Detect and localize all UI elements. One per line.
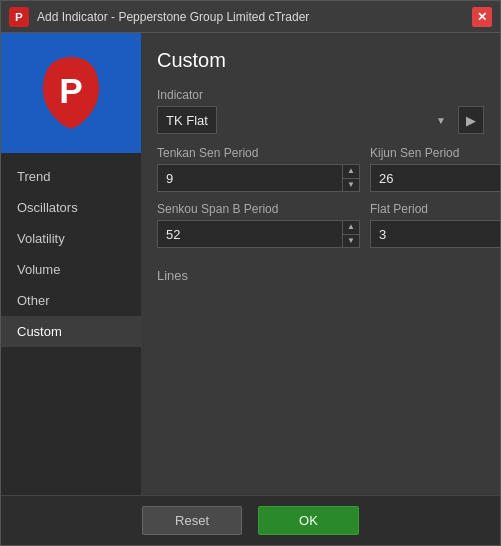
param-tenkan-up[interactable]: ▲ bbox=[343, 165, 359, 179]
sidebar-item-custom[interactable]: Custom bbox=[1, 316, 141, 347]
param-flat-input[interactable] bbox=[370, 220, 500, 248]
sidebar-item-volume[interactable]: Volume bbox=[1, 254, 141, 285]
indicator-select-wrapper: TK Flat bbox=[157, 106, 454, 134]
sidebar-item-other[interactable]: Other bbox=[1, 285, 141, 316]
param-tenkan-input-row: ▲ ▼ bbox=[157, 164, 360, 192]
sidebar: P Trend Oscillators Volatility Volume Ot… bbox=[1, 33, 141, 495]
param-senkou: Senkou Span B Period ▲ ▼ bbox=[157, 202, 360, 248]
title-bar: P Add Indicator - Pepperstone Group Limi… bbox=[1, 1, 500, 33]
indicator-field-group: Indicator TK Flat ▶ bbox=[157, 88, 484, 134]
indicator-row: TK Flat ▶ bbox=[157, 106, 484, 134]
param-kijun-label: Kijun Sen Period bbox=[370, 146, 500, 160]
param-tenkan-input[interactable] bbox=[157, 164, 342, 192]
ok-button[interactable]: OK bbox=[258, 506, 359, 535]
param-flat: Flat Period ▲ ▼ bbox=[370, 202, 500, 248]
param-flat-label: Flat Period bbox=[370, 202, 500, 216]
param-senkou-input-row: ▲ ▼ bbox=[157, 220, 360, 248]
reset-button[interactable]: Reset bbox=[142, 506, 242, 535]
indicator-select[interactable]: TK Flat bbox=[157, 106, 217, 134]
sidebar-item-trend[interactable]: Trend bbox=[1, 161, 141, 192]
svg-text:P: P bbox=[15, 10, 23, 23]
params-grid: Tenkan Sen Period ▲ ▼ Kijun Sen Period bbox=[157, 146, 484, 248]
right-panel: Custom Indicator TK Flat ▶ bbox=[141, 33, 500, 495]
param-flat-input-row: ▲ ▼ bbox=[370, 220, 500, 248]
footer: Reset OK bbox=[1, 495, 500, 545]
window-title: Add Indicator - Pepperstone Group Limite… bbox=[37, 10, 464, 24]
param-tenkan-spinners: ▲ ▼ bbox=[342, 164, 360, 192]
main-window: P Add Indicator - Pepperstone Group Limi… bbox=[0, 0, 501, 546]
lines-label: Lines bbox=[157, 268, 484, 283]
sidebar-item-oscillators[interactable]: Oscillators bbox=[1, 192, 141, 223]
svg-text:P: P bbox=[59, 71, 82, 110]
sidebar-item-volatility[interactable]: Volatility bbox=[1, 223, 141, 254]
main-content: P Trend Oscillators Volatility Volume Ot… bbox=[1, 33, 500, 495]
app-logo: P bbox=[9, 7, 29, 27]
close-icon: ✕ bbox=[477, 10, 487, 24]
param-tenkan: Tenkan Sen Period ▲ ▼ bbox=[157, 146, 360, 192]
param-tenkan-label: Tenkan Sen Period bbox=[157, 146, 360, 160]
param-kijun: Kijun Sen Period ▲ ▼ bbox=[370, 146, 500, 192]
param-kijun-input[interactable] bbox=[370, 164, 500, 192]
sidebar-logo: P bbox=[31, 53, 111, 133]
param-senkou-label: Senkou Span B Period bbox=[157, 202, 360, 216]
close-button[interactable]: ✕ bbox=[472, 7, 492, 27]
sidebar-logo-area: P bbox=[1, 33, 141, 153]
param-tenkan-down[interactable]: ▼ bbox=[343, 179, 359, 192]
param-senkou-down[interactable]: ▼ bbox=[343, 235, 359, 248]
panel-title: Custom bbox=[157, 49, 484, 72]
indicator-label: Indicator bbox=[157, 88, 484, 102]
param-senkou-input[interactable] bbox=[157, 220, 342, 248]
sidebar-nav: Trend Oscillators Volatility Volume Othe… bbox=[1, 153, 141, 495]
indicator-video-button[interactable]: ▶ bbox=[458, 106, 484, 134]
param-senkou-spinners: ▲ ▼ bbox=[342, 220, 360, 248]
param-senkou-up[interactable]: ▲ bbox=[343, 221, 359, 235]
param-kijun-input-row: ▲ ▼ bbox=[370, 164, 500, 192]
video-icon: ▶ bbox=[466, 113, 476, 128]
